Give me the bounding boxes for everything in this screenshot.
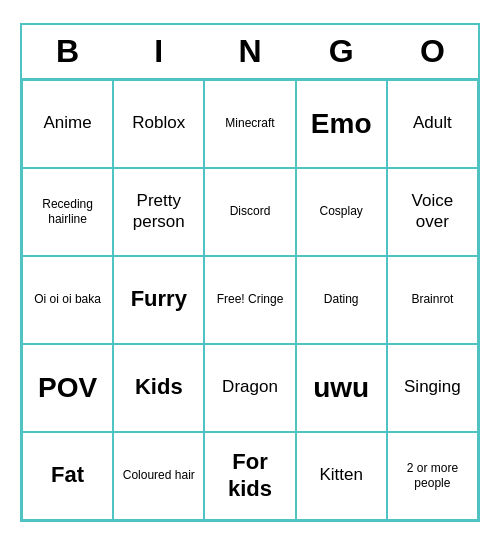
bingo-cell: Emo (296, 80, 387, 168)
cell-text: Furry (131, 286, 187, 312)
cell-text: Minecraft (225, 116, 274, 130)
cell-text: Kitten (319, 465, 362, 485)
bingo-grid: AnimeRobloxMinecraftEmoAdultReceding hai… (22, 80, 478, 520)
bingo-cell: Pretty person (113, 168, 204, 256)
bingo-cell: Singing (387, 344, 478, 432)
cell-text: Coloured hair (123, 468, 195, 482)
cell-text: Cosplay (320, 204, 363, 218)
header-letter: O (387, 25, 478, 78)
cell-text: Fat (51, 462, 84, 488)
cell-text: Discord (230, 204, 271, 218)
header-letter: I (113, 25, 204, 78)
bingo-cell: POV (22, 344, 113, 432)
cell-text: Dragon (222, 377, 278, 397)
bingo-cell: Cosplay (296, 168, 387, 256)
bingo-cell: Brainrot (387, 256, 478, 344)
bingo-cell: For kids (204, 432, 295, 520)
bingo-cell: Anime (22, 80, 113, 168)
cell-text: Anime (44, 113, 92, 133)
cell-text: Adult (413, 113, 452, 133)
bingo-cell: Minecraft (204, 80, 295, 168)
cell-text: 2 or more people (394, 461, 471, 490)
cell-text: Receding hairline (29, 197, 106, 226)
bingo-cell: Receding hairline (22, 168, 113, 256)
bingo-cell: Dragon (204, 344, 295, 432)
bingo-cell: Adult (387, 80, 478, 168)
bingo-cell: uwu (296, 344, 387, 432)
cell-text: For kids (211, 449, 288, 502)
bingo-cell: Free! Cringe (204, 256, 295, 344)
bingo-cell: Kids (113, 344, 204, 432)
bingo-cell: Dating (296, 256, 387, 344)
bingo-cell: Roblox (113, 80, 204, 168)
cell-text: Voice over (394, 191, 471, 232)
cell-text: Emo (311, 107, 372, 141)
bingo-cell: Kitten (296, 432, 387, 520)
cell-text: POV (38, 371, 97, 405)
cell-text: Oi oi oi baka (34, 292, 101, 306)
cell-text: Dating (324, 292, 359, 306)
bingo-cell: Coloured hair (113, 432, 204, 520)
bingo-header: BINGO (22, 25, 478, 80)
bingo-cell: Voice over (387, 168, 478, 256)
cell-text: uwu (313, 371, 369, 405)
cell-text: Free! Cringe (217, 292, 284, 306)
bingo-card: BINGO AnimeRobloxMinecraftEmoAdultRecedi… (20, 23, 480, 522)
bingo-cell: 2 or more people (387, 432, 478, 520)
header-letter: B (22, 25, 113, 78)
cell-text: Kids (135, 374, 183, 400)
cell-text: Roblox (132, 113, 185, 133)
bingo-cell: Fat (22, 432, 113, 520)
bingo-cell: Discord (204, 168, 295, 256)
bingo-cell: Furry (113, 256, 204, 344)
bingo-cell: Oi oi oi baka (22, 256, 113, 344)
cell-text: Singing (404, 377, 461, 397)
cell-text: Pretty person (120, 191, 197, 232)
cell-text: Brainrot (411, 292, 453, 306)
header-letter: N (204, 25, 295, 78)
header-letter: G (296, 25, 387, 78)
